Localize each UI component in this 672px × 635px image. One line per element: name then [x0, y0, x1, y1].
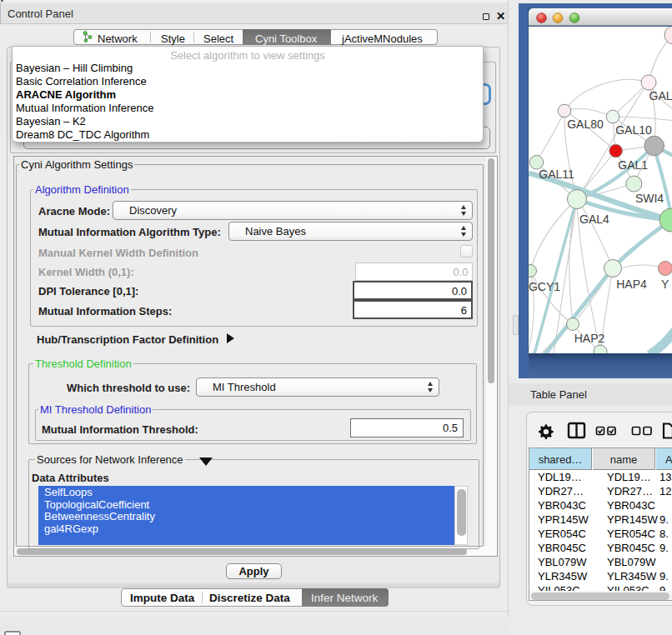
svg-text:HAP2: HAP2 — [574, 332, 605, 345]
svg-text:HAP4: HAP4 — [616, 278, 647, 291]
svg-text:GCY1: GCY1 — [529, 280, 560, 293]
svg-text:GAL10: GAL10 — [615, 123, 652, 137]
svg-text:GAL7: GAL7 — [649, 89, 672, 102]
svg-text:GAL1: GAL1 — [618, 158, 648, 172]
svg-text:Y: Y — [661, 278, 669, 291]
svg-text:GAL4: GAL4 — [579, 212, 609, 226]
svg-text:SWI4: SWI4 — [635, 192, 664, 205]
svg-text:GAL11: GAL11 — [539, 168, 574, 181]
svg-text:GAL80: GAL80 — [567, 118, 604, 131]
